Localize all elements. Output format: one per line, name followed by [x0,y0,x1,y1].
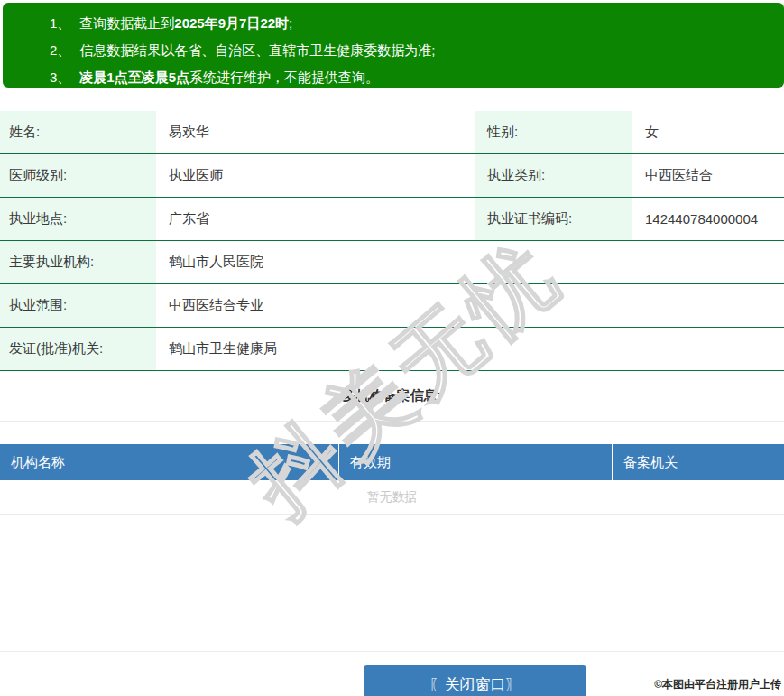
column-header-filing-authority: 备案机关 [613,444,784,480]
practitioner-info-table: 姓名: 易欢华 性别: 女 医师级别: 执业医师 执业类别: 中西医结合 执业地… [0,111,784,371]
table-row: 执业地点: 广东省 执业证书编码: 142440784000004 [0,198,784,241]
notice-text-bold: 2025年9月7日22时 [174,15,289,31]
table-row: 发证(批准)机关: 鹤山市卫生健康局 [0,328,784,371]
section-title: 多机构备案信息: [343,387,442,404]
practice-scope-label: 执业范围: [0,284,156,327]
gender-label: 性别: [475,111,632,153]
filing-table-header: 机构名称 有效期 备案机关 [0,444,784,480]
notice-box: 1、 查询数据截止到2025年9月7日22时; 2、 信息数据结果以各省、自治区… [3,3,784,88]
notice-text-pre: 信息数据结果以各省、自治区、直辖市卫生健康委数据为准; [79,42,435,58]
practice-category-label: 执业类别: [475,154,632,197]
gender-value: 女 [632,124,784,141]
main-institution-label: 主要执业机构: [0,241,156,283]
doctor-level-value: 执业医师 [156,167,475,184]
table-row: 主要执业机构: 鹤山市人民医院 [0,241,784,284]
notice-text-post: 系统进行维护，不能提供查询。 [189,70,379,85]
practice-category-value: 中西医结合 [632,167,784,184]
column-header-validity-period: 有效期 [339,444,613,480]
notice-line-1: 1、 查询数据截止到2025年9月7日22时; [50,10,775,37]
empty-content-area [0,515,784,652]
name-label: 姓名: [0,111,156,153]
column-header-institution-name: 机构名称 [0,444,339,480]
notice-text: 信息数据结果以各省、自治区、直辖市卫生健康委数据为准; [79,37,435,64]
main-institution-value: 鹤山市人民医院 [156,254,784,271]
notice-text-pre: 查询数据截止到 [79,15,174,31]
copyright-note: ©本图由平台注册用户上传 [654,677,781,692]
notice-text: 查询数据截止到2025年9月7日22时; [79,10,292,37]
notice-number: 1、 [50,10,70,37]
close-window-button[interactable]: 〖关闭窗口〗 [364,665,586,696]
spacer [0,422,784,444]
notice-text-bold: 凌晨1点至凌晨5点 [79,70,189,85]
table-row: 执业范围: 中西医结合专业 [0,284,784,328]
doctor-level-label: 医师级别: [0,154,156,197]
notice-number: 2、 [50,37,70,64]
name-value: 易欢华 [156,124,475,141]
license-query-page: 1、 查询数据截止到2025年9月7日22时; 2、 信息数据结果以各省、自治区… [0,0,784,696]
notice-line-2: 2、 信息数据结果以各省、自治区、直辖市卫生健康委数据为准; [50,37,775,64]
table-row: 姓名: 易欢华 性别: 女 [0,111,784,154]
table-row: 医师级别: 执业医师 执业类别: 中西医结合 [0,154,784,198]
notice-text-post: ; [289,15,292,31]
notice-number: 3、 [50,64,70,91]
multi-institution-section: 多机构备案信息: [0,371,784,422]
practice-location-value: 广东省 [156,210,475,227]
notice-text: 凌晨1点至凌晨5点系统进行维护，不能提供查询。 [79,64,379,91]
no-data-message: 暂无数据 [0,480,784,515]
notice-line-3: 3、 凌晨1点至凌晨5点系统进行维护，不能提供查询。 [50,64,775,91]
issuing-authority-value: 鹤山市卫生健康局 [156,340,784,357]
certificate-number-value: 142440784000004 [632,211,784,227]
issuing-authority-label: 发证(批准)机关: [0,328,156,370]
certificate-number-label: 执业证书编码: [475,198,632,240]
practice-location-label: 执业地点: [0,198,156,240]
filing-table: 机构名称 有效期 备案机关 暂无数据 [0,444,784,515]
practice-scope-value: 中西医结合专业 [156,297,784,314]
